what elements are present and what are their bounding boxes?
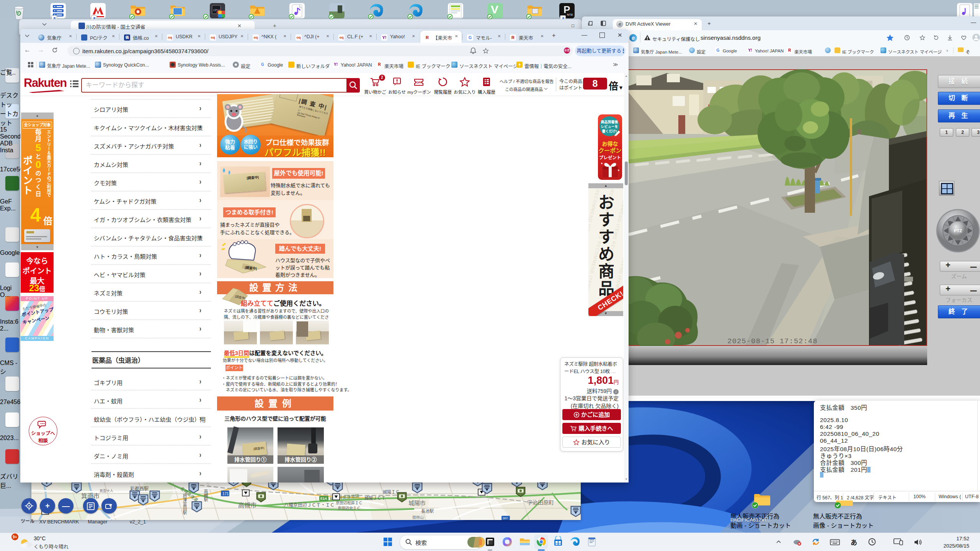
svg-text:高槻駅: 高槻駅 xyxy=(203,489,208,502)
svg-text:宇治田原町: 宇治田原町 xyxy=(527,499,554,505)
svg-text:御林山: 御林山 xyxy=(412,515,424,520)
svg-text:307: 307 xyxy=(503,517,508,520)
svg-text:城陽ＪＣＴ: 城陽ＪＣＴ xyxy=(364,496,385,500)
svg-text:箕面大人: 箕面大人 xyxy=(100,489,113,493)
svg-text:京田辺松井ＩＣ: 京田辺松井ＩＣ xyxy=(336,500,363,505)
svg-text:城陽ＩＣ: 城陽ＩＣ xyxy=(383,490,400,494)
svg-text:PTZ: PTZ xyxy=(954,228,962,233)
svg-text:2025-08-15 17:52:48: 2025-08-15 17:52:48 xyxy=(727,337,818,346)
svg-text:城陽市: 城陽市 xyxy=(408,500,426,506)
svg-text:高槻市: 高槻市 xyxy=(238,502,256,509)
svg-text:OFF: OFF xyxy=(416,81,422,84)
svg-text:E1A: E1A xyxy=(320,497,327,500)
svg-text:摂津富田駅: 摂津富田駅 xyxy=(182,493,187,515)
svg-text:八幡京田辺ＪＣＴ・ＩＣ: 八幡京田辺ＪＣＴ・ＩＣ xyxy=(284,502,335,508)
svg-text:長池駅: 長池駅 xyxy=(421,509,434,514)
svg-text:171: 171 xyxy=(222,492,229,496)
svg-text:京田辺北ＩＣ: 京田辺北ＩＣ xyxy=(338,506,361,510)
